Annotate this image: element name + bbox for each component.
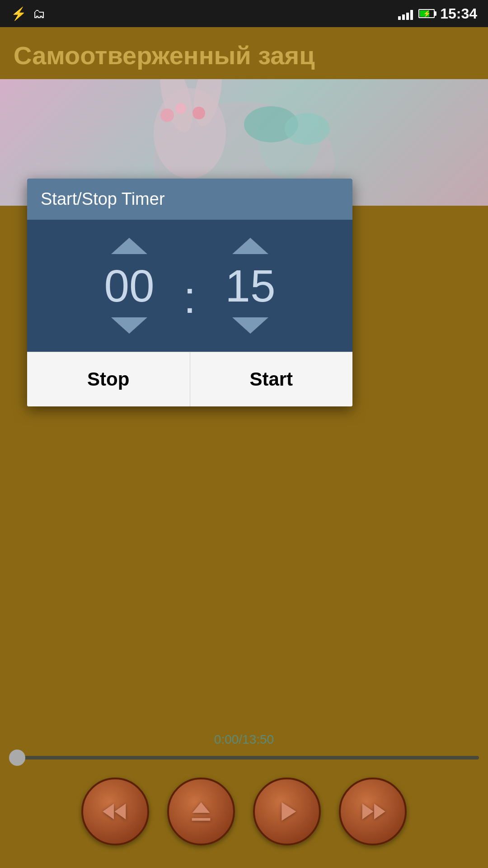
dialog-body: 00 : 15 [27,220,352,352]
bottom-area: 0:00/13:50 [0,723,488,868]
timer-controls: 00 : 15 [41,238,339,334]
minutes-down-button[interactable] [111,317,147,334]
seconds-column: 15 [223,238,277,334]
usb-icon: ⚡ [11,6,27,21]
start-button[interactable]: Start [190,352,353,406]
status-right-icons: ⚡ 15:34 [398,5,477,22]
status-left-icons: ⚡ 🗂 [11,6,46,21]
status-bar: ⚡ 🗂 ⚡ 15:34 [0,0,488,27]
dialog-header: Start/Stop Timer [27,179,352,220]
svg-point-7 [192,107,205,119]
minutes-up-button[interactable] [111,238,147,254]
signal-strength-icon [398,7,413,20]
progress-thumb[interactable] [9,750,25,766]
sd-card-icon: 🗂 [33,6,46,21]
app-header: Самоотверженный заяц [0,27,488,79]
playback-info: 0:00/13:50 [0,723,488,751]
timer-separator: : [183,252,196,320]
progress-bar-background[interactable] [9,756,479,760]
minutes-value: 00 [102,263,156,308]
play-button[interactable] [253,778,321,845]
stop-button[interactable]: Stop [27,352,190,406]
status-time: 15:34 [440,5,477,22]
eject-icon [185,796,217,827]
playback-controls [0,769,488,850]
svg-point-5 [160,108,174,122]
seconds-up-button[interactable] [232,238,268,254]
eject-button[interactable] [167,778,235,845]
app-title: Самоотверженный заяц [14,41,474,70]
svg-point-6 [175,103,186,114]
seconds-down-button[interactable] [232,317,268,334]
fast-forward-button[interactable] [339,778,407,845]
dialog-buttons: Stop Start [27,352,352,406]
progress-bar-container[interactable] [0,751,488,769]
svg-point-9 [285,113,330,145]
play-icon [271,796,303,827]
minutes-column: 00 [102,238,156,334]
dialog-title: Start/Stop Timer [41,189,165,208]
rewind-icon [99,796,131,827]
seconds-value: 15 [223,263,277,308]
rewind-button[interactable] [81,778,149,845]
fast-forward-icon [357,796,389,827]
battery-icon: ⚡ [418,9,435,18]
timer-dialog: Start/Stop Timer 00 : 15 Stop Start [27,179,352,406]
playback-time-display: 0:00/13:50 [214,732,274,746]
